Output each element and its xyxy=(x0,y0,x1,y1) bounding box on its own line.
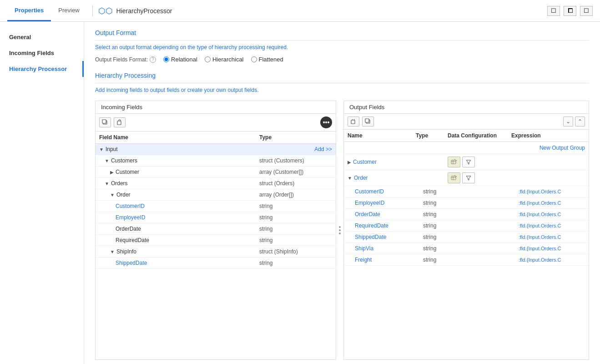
output-format-section: Output Format Select an output format de… xyxy=(95,29,589,63)
output-row[interactable]: Freight string :fld.{Input.Orders.C xyxy=(344,254,589,266)
field-name: Input xyxy=(106,146,118,152)
hierarchy-processing-section: Hierarchy Processing Add incoming fields… xyxy=(95,72,589,360)
svg-rect-1 xyxy=(102,120,106,123)
output-field-type: string xyxy=(423,257,455,263)
output-field-name: EmployeeID xyxy=(355,200,384,206)
field-name: ShipInfo xyxy=(116,248,136,255)
col-field-name: Field Name xyxy=(99,134,259,141)
output-table-header: Name Type Data Configuration Expression xyxy=(344,130,589,142)
tree-row[interactable]: OrderDate string xyxy=(96,223,336,235)
out-col-type: Type xyxy=(416,132,448,139)
output-toolbar: ⌄ ⌃ xyxy=(344,114,589,130)
sidebar-item-general[interactable]: General xyxy=(0,29,84,45)
svg-rect-2 xyxy=(117,121,121,125)
output-add-btn[interactable] xyxy=(348,116,359,126)
tree-row[interactable]: ▶ Customer array (Customer[]) xyxy=(96,167,336,178)
chevron-icon[interactable]: ▶ xyxy=(348,160,351,165)
config-btn[interactable] xyxy=(448,172,460,183)
output-expr: :fld.{Input.Orders.C xyxy=(519,234,585,240)
radio-relational[interactable]: Relational xyxy=(163,56,197,63)
output-format-title: Output Format xyxy=(95,29,589,40)
tree-row[interactable]: EmployeeID string xyxy=(96,212,336,223)
tab-preview[interactable]: Preview xyxy=(51,0,86,21)
field-name: OrderDate xyxy=(116,226,141,232)
add-field-btn[interactable]: Add >> xyxy=(314,146,332,152)
tree-row[interactable]: ▼ Customers struct (Customers) xyxy=(96,155,336,167)
filter-btn[interactable] xyxy=(462,172,475,183)
incoming-table-header: Field Name Type xyxy=(96,131,336,144)
chevron-icon[interactable]: ▼ xyxy=(110,249,115,254)
field-name: Orders xyxy=(111,180,128,187)
output-row[interactable]: RequiredDate string :fld.{Input.Orders.C xyxy=(344,220,589,232)
pane-splitter[interactable] xyxy=(336,101,343,360)
tab-properties[interactable]: Properties xyxy=(7,0,51,21)
tree-row[interactable]: CustomerID string xyxy=(96,201,336,212)
chevron-icon[interactable]: ▶ xyxy=(110,170,114,175)
move-up-btn[interactable]: ⌃ xyxy=(575,116,585,126)
tree-row[interactable]: ShippedDate string xyxy=(96,258,336,269)
output-field-type: string xyxy=(423,222,455,229)
splitter-dot xyxy=(339,233,341,234)
output-copy-btn[interactable] xyxy=(362,116,374,126)
incoming-tree: ▼ Input Add >> ▼ Customers xyxy=(96,144,336,359)
output-field-type: string xyxy=(423,200,455,206)
window-btn-3[interactable]: ☐ xyxy=(580,6,593,16)
radio-flattened[interactable]: Flattened xyxy=(251,56,283,63)
more-options-btn[interactable]: ••• xyxy=(320,116,332,128)
tree-row[interactable]: RequiredDate string xyxy=(96,235,336,246)
chevron-icon[interactable]: ▼ xyxy=(99,147,104,152)
new-output-group-btn[interactable]: New Output Group xyxy=(344,142,589,154)
chevron-icon[interactable]: ▼ xyxy=(105,158,109,163)
chevron-icon[interactable]: ▼ xyxy=(110,192,115,197)
chevron-icon[interactable]: ▼ xyxy=(105,181,109,186)
radio-hierarchical[interactable]: Hierarchical xyxy=(205,56,244,63)
incoming-copy-btn[interactable] xyxy=(99,117,111,127)
splitter-dot xyxy=(339,229,341,231)
output-field-name: ShippedDate xyxy=(355,234,386,240)
output-row[interactable]: ▶ Customer xyxy=(344,154,589,170)
tree-row[interactable]: ▼ ShipInfo struct (ShipInfo) xyxy=(96,246,336,258)
output-row[interactable]: ShipVia string :fld.{Input.Orders.C xyxy=(344,243,589,254)
field-type: struct (Orders) xyxy=(259,180,332,187)
config-btn[interactable] xyxy=(448,157,460,167)
two-pane: Incoming Fields xyxy=(95,101,589,360)
window-btn-2[interactable]: ⧠ xyxy=(564,6,576,16)
output-row[interactable]: OrderDate string :fld.{Input.Orders.C xyxy=(344,209,589,220)
svg-rect-8 xyxy=(451,160,456,164)
incoming-paste-btn[interactable] xyxy=(114,117,126,127)
output-field-type: string xyxy=(423,211,455,217)
tree-row[interactable]: ▼ Input Add >> xyxy=(96,144,336,155)
out-col-expr: Expression xyxy=(511,132,585,139)
sidebar-item-hierarchy-processor[interactable]: Hierarchy Processor xyxy=(0,61,84,77)
field-type: array (Customer[]) xyxy=(259,169,332,175)
field-name: CustomerID xyxy=(116,203,145,209)
svg-rect-3 xyxy=(351,120,355,124)
tree-row[interactable]: ▼ Orders struct (Orders) xyxy=(96,178,336,189)
output-expr: :fld.{Input.Orders.C xyxy=(519,223,585,228)
output-field-name: ShipVia xyxy=(355,245,373,252)
info-icon[interactable]: ? xyxy=(150,56,156,63)
window-btn-1[interactable]: ☐ xyxy=(547,6,560,16)
filter-btn[interactable] xyxy=(462,157,475,167)
field-name: EmployeeID xyxy=(116,214,145,221)
radio-row: Output Fields Format: ? Relational Hiera… xyxy=(95,56,589,63)
field-type: string xyxy=(259,203,332,209)
field-type: struct (ShipInfo) xyxy=(259,248,332,255)
output-row[interactable]: CustomerID string :fld.{Input.Orders.C xyxy=(344,186,589,197)
output-expr: :fld.{Input.Orders.C xyxy=(519,246,585,251)
output-row[interactable]: ▼ Order xyxy=(344,170,589,186)
tree-row[interactable]: ▼ Order array (Order[]) xyxy=(96,189,336,201)
output-field-type: string xyxy=(423,234,455,240)
output-row[interactable]: EmployeeID string :fld.{Input.Orders.C xyxy=(344,197,589,209)
move-down-btn[interactable]: ⌄ xyxy=(563,116,573,126)
chevron-icon[interactable]: ▼ xyxy=(348,176,352,181)
output-expr: :fld.{Input.Orders.C xyxy=(519,212,585,217)
svg-rect-11 xyxy=(451,176,456,180)
output-row[interactable]: ShippedDate string :fld.{Input.Orders.C xyxy=(344,232,589,243)
output-field-name: CustomerID xyxy=(355,188,384,195)
field-name: ShippedDate xyxy=(116,260,147,266)
output-config xyxy=(448,172,511,183)
app-title: HierarchyProcessor xyxy=(116,7,172,15)
out-col-config: Data Configuration xyxy=(448,132,511,139)
sidebar-item-incoming-fields[interactable]: Incoming Fields xyxy=(0,45,84,61)
